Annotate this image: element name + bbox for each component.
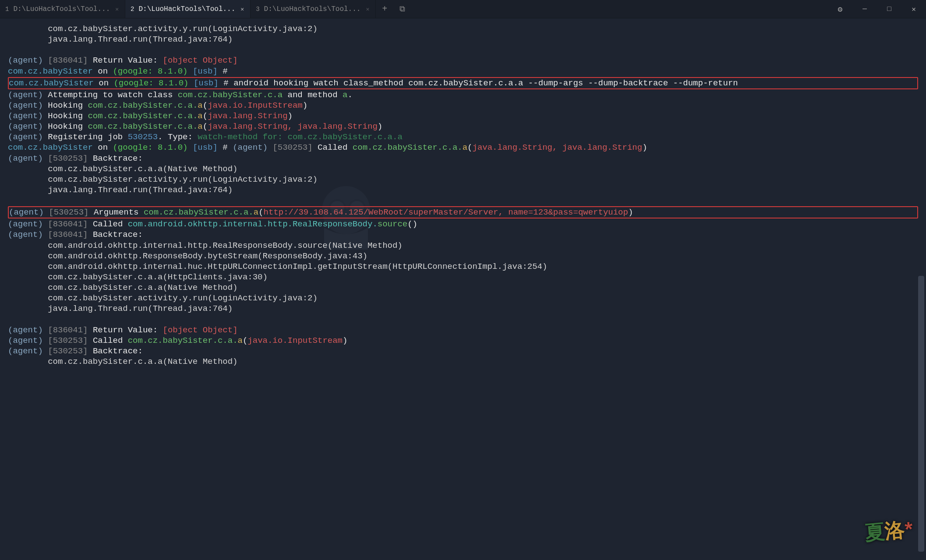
trace-line: java.lang.Thread.run(Thread.java:764) (8, 185, 918, 195)
tab-2[interactable]: 2 D:\LuoHackTools\Tool... ✕ (125, 0, 251, 18)
close-button[interactable]: ✕ (901, 0, 926, 18)
blank-line (8, 314, 918, 324)
titlebar: 1 D:\LuoHackTools\Tool... ✕ 2 D:\LuoHack… (0, 0, 926, 18)
new-tab-button[interactable]: + (376, 0, 393, 18)
highlighted-command-box: com.cz.babySister on (google: 8.1.0) [us… (8, 77, 918, 89)
blank-line (8, 195, 918, 206)
return-value-line: (agent) [836041] Return Value: [object O… (8, 325, 918, 335)
tab-title: D:\LuoHackTools\Tool... (264, 5, 361, 13)
settings-button[interactable]: ⚙ (828, 0, 852, 18)
called-line: (agent) [836041] Called com.android.okht… (8, 219, 918, 229)
trace-line: java.lang.Thread.run(Thread.java:764) (8, 303, 918, 314)
window-controls: ⚙ ─ □ ✕ (828, 0, 926, 18)
trace-line: com.android.okhttp.internal.huc.HttpURLC… (8, 261, 918, 272)
hook-line: (agent) Hooking com.cz.babySister.c.a.a(… (8, 111, 918, 121)
backtrace-header: (agent) [530253] Backtrace: (8, 153, 918, 164)
scrollbar-thumb[interactable] (918, 276, 924, 552)
trace-line: com.cz.babySister.c.a.a(Native Method) (8, 164, 918, 174)
prompt-line: com.cz.babySister on (google: 8.1.0) [us… (8, 66, 918, 77)
register-line: (agent) Registering job 530253. Type: wa… (8, 132, 918, 142)
minimize-button[interactable]: ─ (852, 0, 877, 18)
tab-number: 1 (5, 6, 9, 13)
tab-number: 3 (256, 6, 259, 13)
called-line: com.cz.babySister on (google: 8.1.0) [us… (8, 142, 918, 153)
trace-line: com.cz.babySister.activity.y.run(LoginAc… (8, 174, 918, 185)
tab-number: 2 (131, 6, 134, 13)
watermark-icon: 夏洛* (864, 515, 914, 546)
hook-line: (agent) Hooking com.cz.babySister.c.a.a(… (8, 121, 918, 132)
trace-line: java.lang.Thread.run(Thread.java:764) (8, 34, 918, 45)
maximize-button[interactable]: □ (877, 0, 901, 18)
return-value-line: (agent) [836041] Return Value: [object O… (8, 55, 918, 66)
command-line: com.cz.babySister on (google: 8.1.0) [us… (9, 78, 917, 88)
tabs: 1 D:\LuoHackTools\Tool... ✕ 2 D:\LuoHack… (0, 0, 828, 18)
attempt-line: (agent) Attempting to watch class com.cz… (8, 90, 918, 100)
trace-line: com.android.okhttp.internal.http.RealRes… (8, 240, 918, 251)
trace-line: com.cz.babySister.c.a.a(Native Method) (8, 356, 918, 367)
tab-1[interactable]: 1 D:\LuoHackTools\Tool... ✕ (0, 0, 125, 18)
close-icon[interactable]: ✕ (365, 6, 370, 13)
cascade-button[interactable]: ⧉ (393, 0, 411, 18)
blank-line (8, 45, 918, 55)
tab-3[interactable]: 3 D:\LuoHackTools\Tool... ✕ (251, 0, 376, 18)
terminal-output[interactable]: com.cz.babySister.activity.y.run(LoginAc… (0, 18, 926, 375)
trace-line: com.android.okhttp.ResponseBody.byteStre… (8, 251, 918, 261)
trace-line: com.cz.babySister.c.a.a(Native Method) (8, 282, 918, 293)
highlighted-arguments-box: (agent) [530253] Arguments com.cz.babySi… (8, 206, 918, 218)
close-icon[interactable]: ✕ (114, 6, 120, 13)
tab-title: D:\LuoHackTools\Tool... (13, 5, 110, 13)
trace-line: com.cz.babySister.c.a.a(HttpClients.java… (8, 272, 918, 282)
scrollbar[interactable] (918, 22, 924, 547)
tab-title: D:\LuoHackTools\Tool... (138, 5, 235, 13)
backtrace-header: (agent) [836041] Backtrace: (8, 229, 918, 240)
hook-line: (agent) Hooking com.cz.babySister.c.a.a(… (8, 100, 918, 111)
trace-line: com.cz.babySister.activity.y.run(LoginAc… (8, 293, 918, 303)
backtrace-header: (agent) [530253] Backtrace: (8, 346, 918, 356)
close-icon[interactable]: ✕ (240, 6, 245, 13)
called-line: (agent) [530253] Called com.cz.babySiste… (8, 335, 918, 346)
trace-line: com.cz.babySister.activity.y.run(LoginAc… (8, 24, 918, 34)
arguments-line: (agent) [530253] Arguments com.cz.babySi… (9, 207, 917, 218)
